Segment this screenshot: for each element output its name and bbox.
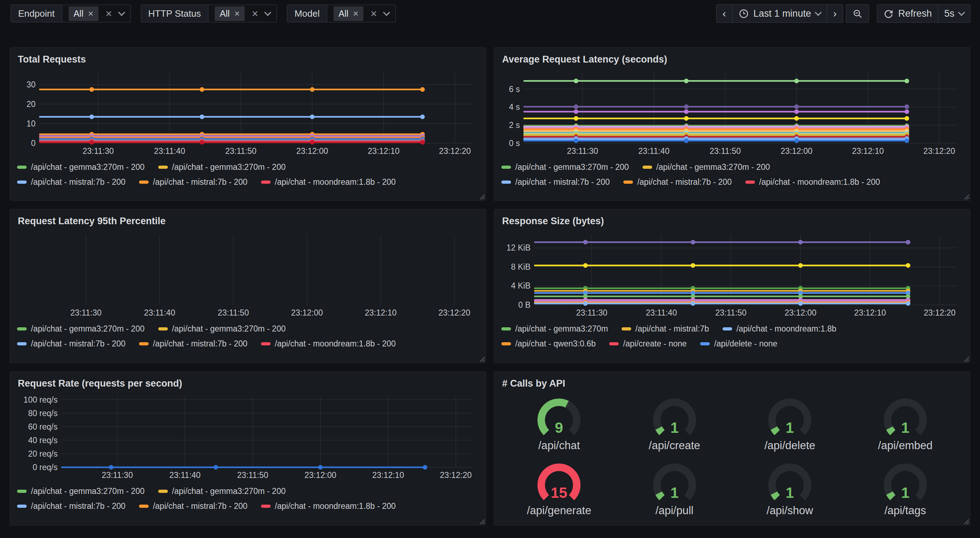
gauge-value: 1 <box>901 484 909 501</box>
legend-item[interactable]: /api/chat - gemma3:270m <box>501 324 608 334</box>
timeseries-chart[interactable]: 0 s2 s4 s6 s23:11:3023:11:4023:11:5023:1… <box>501 70 963 157</box>
time-shift-back-button[interactable]: ‹ <box>716 5 732 22</box>
legend-item[interactable]: /api/chat - moondream:1.8b - 200 <box>745 177 880 187</box>
panel-title[interactable]: Request Latency 95th Percentile <box>18 216 479 227</box>
chip-remove-icon[interactable]: × <box>88 9 93 18</box>
legend-item[interactable]: /api/chat - gemma3:270m - 200 <box>158 486 286 496</box>
chevron-down-icon[interactable] <box>118 9 125 16</box>
gauge-api-delete[interactable]: 1/api/delete <box>732 392 848 457</box>
filter-chip[interactable]: All × <box>334 6 363 21</box>
panel-response-size: Response Size (bytes) 0 B4 KiB8 KiB12 Ki… <box>494 209 970 363</box>
legend-item[interactable]: /api/chat - qwen3:0.6b <box>501 339 596 349</box>
x-axis-tick: 23:11:30 <box>70 308 102 317</box>
filter-http-status-value[interactable]: All × × <box>208 5 277 22</box>
legend-label: /api/chat - gemma3:270m - 200 <box>515 162 629 172</box>
legend-swatch-icon <box>139 505 149 508</box>
timeseries-chart[interactable]: 0 B4 KiB8 KiB12 KiB23:11:3023:11:4023:11… <box>501 232 963 318</box>
x-axis-tick: 23:11:40 <box>169 470 200 480</box>
legend-item[interactable]: /api/chat - mistral:7b - 200 <box>139 501 248 511</box>
filter-chip[interactable]: All × <box>68 6 99 21</box>
panel-average-request-latency: Average Request Latency (seconds) 0 s2 s… <box>494 47 970 201</box>
panel-title[interactable]: Request Rate (requests per second) <box>18 378 479 389</box>
legend-item[interactable]: /api/chat - gemma3:270m - 200 <box>17 486 145 496</box>
legend-item[interactable]: /api/chat - mistral:7b - 200 <box>139 177 248 187</box>
legend-item[interactable]: /api/chat - gemma3:270m - 200 <box>158 162 286 172</box>
gauge-api-generate[interactable]: 15/api/generate <box>501 457 617 522</box>
legend-item[interactable]: /api/chat - mistral:7b - 200 <box>501 177 610 187</box>
panel-resize-handle[interactable] <box>964 356 969 362</box>
timeseries-chart[interactable]: 010203023:11:3023:11:4023:11:5023:12:002… <box>17 70 479 157</box>
legend-row: /api/chat - gemma3:270m/api/chat - mistr… <box>501 321 963 336</box>
panel-title[interactable]: Average Request Latency (seconds) <box>502 54 963 65</box>
gauge-value: 1 <box>786 419 794 436</box>
filter-clear-icon[interactable]: × <box>371 8 377 19</box>
chevron-down-icon[interactable] <box>383 9 390 16</box>
panel-resize-handle[interactable] <box>479 519 485 524</box>
time-range-picker-button[interactable]: Last 1 minute <box>732 5 827 22</box>
panel-resize-handle[interactable] <box>964 194 969 199</box>
chip-remove-icon[interactable]: × <box>234 9 240 18</box>
legend-item[interactable]: /api/chat - moondream:1.8b <box>722 324 836 334</box>
gauge-api-tags[interactable]: 1/api/tags <box>848 457 963 522</box>
legend-item[interactable]: /api/chat - mistral:7b - 200 <box>17 501 126 511</box>
panel-resize-handle[interactable] <box>479 194 485 199</box>
legend-item[interactable]: /api/chat - moondream:1.8b - 200 <box>261 177 396 187</box>
chart-canvas[interactable]: 0 s2 s4 s6 s23:11:3023:11:4023:11:5023:1… <box>501 70 963 157</box>
chart-canvas[interactable]: 0 B4 KiB8 KiB12 KiB23:11:3023:11:4023:11… <box>501 232 963 318</box>
legend-swatch-icon <box>501 327 511 330</box>
legend-item[interactable]: /api/chat - mistral:7b - 200 <box>624 177 732 187</box>
panel-resize-handle[interactable] <box>479 356 485 362</box>
x-axis-tick: 23:12:20 <box>439 146 471 156</box>
gauge-api-embed[interactable]: 1/api/embed <box>848 392 963 457</box>
filter-endpoint-value[interactable]: All × × <box>62 5 130 22</box>
gauge-api-show[interactable]: 1/api/show <box>732 457 848 522</box>
timeseries-chart[interactable]: 23:11:3023:11:4023:11:5023:12:0023:12:10… <box>17 232 479 318</box>
legend-label: /api/chat - gemma3:270m - 200 <box>31 324 145 334</box>
filter-clear-icon[interactable]: × <box>252 8 258 19</box>
y-axis-tick: 0 B <box>518 300 531 309</box>
legend-swatch-icon <box>501 342 511 345</box>
filter-http-status-label: HTTP Status <box>141 5 208 22</box>
timeseries-chart[interactable]: 0 req/s20 req/s40 req/s60 req/s80 req/s1… <box>17 394 479 481</box>
filter-model-value[interactable]: All × × <box>327 5 395 22</box>
time-shift-forward-button[interactable]: › <box>827 5 843 22</box>
legend-item[interactable]: /api/chat - gemma3:270m - 200 <box>17 324 145 334</box>
legend-item[interactable]: /api/chat - moondream:1.8b - 200 <box>261 339 396 349</box>
x-axis-tick: 23:12:00 <box>291 308 323 317</box>
legend-row: /api/chat - mistral:7b - 200/api/chat - … <box>17 498 479 514</box>
gauge-api-chat[interactable]: 9/api/chat <box>501 392 617 457</box>
chevron-down-icon[interactable] <box>264 9 271 16</box>
chart-canvas[interactable]: 23:11:3023:11:4023:11:5023:12:0023:12:10… <box>17 232 479 318</box>
legend-item[interactable]: /api/chat - gemma3:270m - 200 <box>158 324 286 334</box>
legend-item[interactable]: /api/delete - none <box>700 339 777 349</box>
gauge-api-pull[interactable]: 1/api/pull <box>617 457 732 522</box>
gauge-value: 1 <box>901 419 909 436</box>
panel-title[interactable]: Response Size (bytes) <box>502 216 963 227</box>
panel-title[interactable]: # Calls by API <box>502 378 963 389</box>
legend-item[interactable]: /api/chat - mistral:7b - 200 <box>17 177 126 187</box>
panel-title[interactable]: Total Requests <box>18 54 479 65</box>
panel-resize-handle[interactable] <box>964 519 969 524</box>
filter-clear-icon[interactable]: × <box>106 8 112 19</box>
chip-remove-icon[interactable]: × <box>353 9 358 18</box>
y-axis-tick: 40 req/s <box>28 436 57 445</box>
legend-item[interactable]: /api/chat - gemma3:270m - 200 <box>17 162 145 172</box>
x-axis-tick: 23:11:50 <box>226 146 257 156</box>
zoom-out-button[interactable] <box>846 5 869 22</box>
chart-canvas[interactable]: 010203023:11:3023:11:4023:11:5023:12:002… <box>17 70 479 157</box>
legend-item[interactable]: /api/chat - mistral:7b - 200 <box>17 339 126 349</box>
legend-item[interactable]: /api/chat - mistral:7b <box>622 324 709 334</box>
chart-canvas[interactable]: 0 req/s20 req/s40 req/s60 req/s80 req/s1… <box>17 394 479 481</box>
legend-item[interactable]: /api/chat - moondream:1.8b - 200 <box>261 501 396 511</box>
legend-item[interactable]: /api/create - none <box>609 339 687 349</box>
filter-chip[interactable]: All × <box>215 6 245 21</box>
chart-legend: /api/chat - gemma3:270m - 200/api/chat -… <box>17 484 479 514</box>
refresh-button[interactable]: Refresh <box>877 5 939 22</box>
legend-item[interactable]: /api/chat - gemma3:270m - 200 <box>643 162 770 172</box>
legend-item[interactable]: /api/chat - gemma3:270m - 200 <box>501 162 629 172</box>
gauge-api-create[interactable]: 1/api/create <box>617 392 732 457</box>
legend-item[interactable]: /api/chat - mistral:7b - 200 <box>139 339 248 349</box>
legend-label: /api/chat - mistral:7b - 200 <box>153 339 248 349</box>
refresh-interval-button[interactable]: 5s <box>938 5 970 22</box>
legend-row: /api/chat - gemma3:270m - 200/api/chat -… <box>17 160 479 175</box>
